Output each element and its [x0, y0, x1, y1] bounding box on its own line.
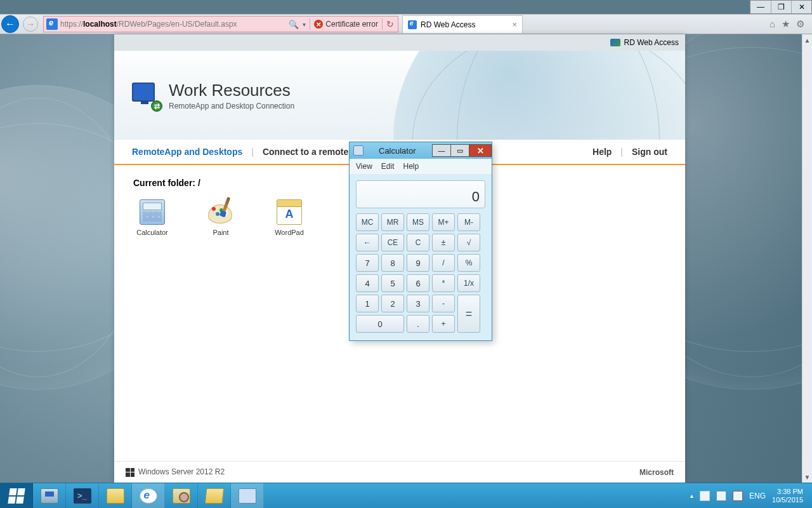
tray-overflow-icon[interactable]: ▴ — [690, 492, 693, 499]
browser-tab[interactable]: RD Web Access × — [402, 15, 523, 33]
key-mplus[interactable]: M+ — [432, 213, 455, 231]
tray-clock[interactable]: 3:38 PM 10/5/2015 — [772, 488, 807, 504]
wordpad-icon — [277, 199, 302, 225]
rdwa-icon — [610, 39, 620, 46]
key-mminus[interactable]: M- — [457, 213, 480, 231]
app-label: Calculator — [133, 229, 171, 236]
taskbar-explorer[interactable] — [99, 483, 132, 508]
rdwa-label: RD Web Access — [624, 38, 679, 47]
clock-date: 10/5/2015 — [772, 496, 803, 504]
key-9[interactable]: 9 — [407, 254, 429, 272]
key-subtract[interactable]: - — [432, 295, 455, 312]
search-icon[interactable]: 🔍 — [289, 20, 299, 29]
calc-maximize-button[interactable]: ▭ — [450, 144, 469, 157]
taskbar-ie[interactable] — [132, 483, 165, 508]
key-reciprocal[interactable]: 1/x — [457, 274, 480, 292]
work-resources-logo-icon: ⇄ — [132, 81, 160, 109]
server-tools-icon — [173, 488, 190, 504]
tab-remoteapp[interactable]: RemoteApp and Desktops — [132, 147, 242, 157]
os-maximize-button[interactable]: ❐ — [771, 1, 791, 13]
key-add[interactable]: + — [432, 315, 455, 333]
taskbar: >_ ▴ ENG 3:38 PM 10/5/2015 — [0, 483, 812, 508]
menu-view[interactable]: View — [356, 162, 372, 171]
key-2[interactable]: 2 — [381, 295, 404, 312]
key-5[interactable]: 5 — [381, 274, 404, 292]
os-close-button[interactable]: ✕ — [791, 1, 811, 13]
scroll-down-icon[interactable]: ▼ — [802, 471, 812, 483]
key-3[interactable]: 3 — [407, 295, 429, 312]
tray-flag-icon[interactable] — [700, 491, 710, 501]
scroll-up-icon[interactable]: ▲ — [802, 34, 812, 46]
key-percent[interactable]: % — [457, 254, 480, 272]
app-calculator[interactable]: Calculator — [133, 199, 171, 236]
calc-minimize-button[interactable]: — — [432, 144, 451, 157]
server-label: Windows Server 2012 R2 — [126, 467, 225, 477]
key-0[interactable]: 0 — [356, 315, 404, 333]
tab-connect-pc[interactable]: Connect to a remote PC — [263, 147, 363, 157]
separator — [382, 18, 383, 30]
taskbar-server-tools[interactable] — [165, 483, 198, 508]
browser-scrollbar[interactable]: ▲ ▼ — [802, 34, 812, 483]
back-button[interactable]: ← — [0, 14, 20, 34]
banner-titles: Work Resources RemoteApp and Desktop Con… — [169, 81, 294, 110]
internet-explorer-icon — [140, 488, 157, 504]
app-wordpad[interactable]: WordPad — [270, 199, 308, 236]
key-c[interactable]: C — [407, 234, 429, 251]
key-6[interactable]: 6 — [407, 274, 429, 292]
page-subtitle: RemoteApp and Desktop Connection — [169, 102, 294, 110]
cert-error-label: Certificate error — [325, 20, 378, 29]
tray-volume-icon[interactable] — [733, 491, 743, 501]
taskbar-powershell[interactable]: >_ — [66, 483, 99, 508]
refresh-icon[interactable]: ↻ — [386, 19, 394, 29]
favorites-icon[interactable]: ★ — [782, 18, 790, 30]
url-text: https://localhost/RDWeb/Pages/en-US/Defa… — [60, 20, 285, 29]
menu-help[interactable]: Help — [403, 162, 419, 171]
server-manager-icon — [41, 488, 58, 504]
key-multiply[interactable]: * — [432, 274, 455, 292]
banner-globe-art — [393, 51, 685, 140]
key-sqrt[interactable]: √ — [457, 234, 480, 251]
address-bar[interactable]: https://localhost/RDWeb/Pages/en-US/Defa… — [43, 16, 398, 32]
key-8[interactable]: 8 — [381, 254, 404, 272]
key-decimal[interactable]: . — [407, 315, 429, 333]
key-equals[interactable]: = — [457, 295, 480, 333]
menu-edit[interactable]: Edit — [381, 162, 395, 171]
taskbar-calculator[interactable] — [231, 483, 264, 508]
key-backspace[interactable]: ← — [356, 234, 379, 251]
tray-language[interactable]: ENG — [749, 491, 766, 500]
key-mc[interactable]: MC — [356, 213, 379, 231]
start-button[interactable] — [0, 483, 33, 508]
search-dropdown-icon[interactable]: ▾ — [303, 21, 306, 28]
rdwa-top-bar: RD Web Access — [114, 34, 685, 51]
taskbar-server-manager[interactable] — [33, 483, 66, 508]
key-4[interactable]: 4 — [356, 274, 379, 292]
signout-link[interactable]: Sign out — [632, 147, 667, 157]
tab-favicon-icon — [408, 20, 417, 29]
tab-close-button[interactable]: × — [512, 20, 517, 29]
help-link[interactable]: Help — [593, 147, 612, 157]
key-7[interactable]: 7 — [356, 254, 379, 272]
key-1[interactable]: 1 — [356, 295, 379, 312]
calculator-titlebar[interactable]: Calculator — ▭ ✕ — [350, 142, 492, 159]
taskbar-sticky-notes[interactable] — [198, 483, 231, 508]
key-plusminus[interactable]: ± — [432, 234, 455, 251]
powershell-icon: >_ — [74, 488, 91, 504]
forward-button: → — [20, 14, 41, 34]
tray-network-icon[interactable] — [716, 491, 726, 501]
app-paint[interactable]: Paint — [202, 199, 240, 236]
cert-error-icon: ✕ — [314, 20, 323, 29]
calculator-titlebar-icon — [353, 145, 363, 156]
key-ms[interactable]: MS — [407, 213, 429, 231]
calc-close-button[interactable]: ✕ — [469, 144, 492, 157]
page-footer: Windows Server 2012 R2 Microsoft — [114, 461, 685, 483]
key-divide[interactable]: / — [432, 254, 455, 272]
key-ce[interactable]: CE — [381, 234, 404, 251]
certificate-error-badge[interactable]: ✕ Certificate error — [314, 20, 378, 29]
tab-title: RD Web Access — [421, 20, 475, 29]
calculator-title: Calculator — [367, 146, 433, 156]
app-label: Paint — [202, 229, 240, 236]
os-minimize-button[interactable]: — — [750, 1, 771, 13]
key-mr[interactable]: MR — [381, 213, 404, 231]
settings-gear-icon[interactable]: ⚙ — [796, 18, 804, 30]
home-icon[interactable]: ⌂ — [769, 18, 775, 30]
